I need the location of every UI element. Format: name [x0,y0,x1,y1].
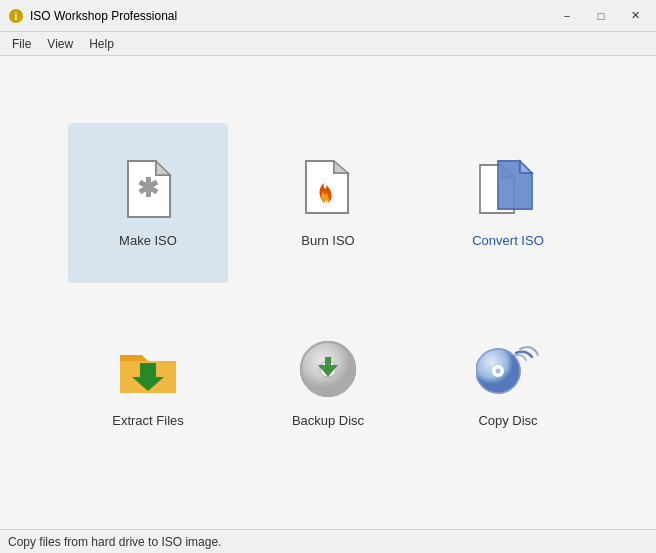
menu-bar: File View Help [0,32,656,56]
convert-iso-icon [476,157,540,221]
status-text: Copy files from hard drive to ISO image. [8,535,221,549]
close-button[interactable]: ✕ [622,5,648,27]
backup-disc-icon [296,337,360,401]
extract-files-button[interactable]: Extract Files [68,303,228,463]
convert-iso-label: Convert ISO [472,233,544,248]
burn-iso-button[interactable]: Burn ISO [248,123,408,283]
backup-disc-label: Backup Disc [292,413,364,428]
extract-files-label: Extract Files [112,413,184,428]
title-text: ISO Workshop Professional [30,9,554,23]
copy-disc-label: Copy Disc [478,413,537,428]
status-bar: Copy files from hard drive to ISO image. [0,529,656,553]
menu-file[interactable]: File [4,35,39,53]
convert-iso-button[interactable]: Convert ISO [428,123,588,283]
main-content: ✱ Make ISO Burn ISO [0,56,656,529]
maximize-button[interactable]: □ [588,5,614,27]
menu-help[interactable]: Help [81,35,122,53]
copy-disc-button[interactable]: Copy Disc [428,303,588,463]
make-iso-button[interactable]: ✱ Make ISO [68,123,228,283]
make-iso-icon: ✱ [116,157,180,221]
window-controls: − □ ✕ [554,5,648,27]
make-iso-label: Make ISO [119,233,177,248]
menu-view[interactable]: View [39,35,81,53]
svg-point-10 [496,369,501,374]
svg-text:✱: ✱ [137,173,159,203]
backup-disc-button[interactable]: Backup Disc [248,303,408,463]
copy-disc-icon [476,337,540,401]
burn-iso-icon [296,157,360,221]
title-bar: i ISO Workshop Professional − □ ✕ [0,0,656,32]
svg-text:i: i [15,11,18,22]
burn-iso-label: Burn ISO [301,233,354,248]
app-icon: i [8,8,24,24]
minimize-button[interactable]: − [554,5,580,27]
feature-grid: ✱ Make ISO Burn ISO [68,123,588,463]
extract-files-icon [116,337,180,401]
